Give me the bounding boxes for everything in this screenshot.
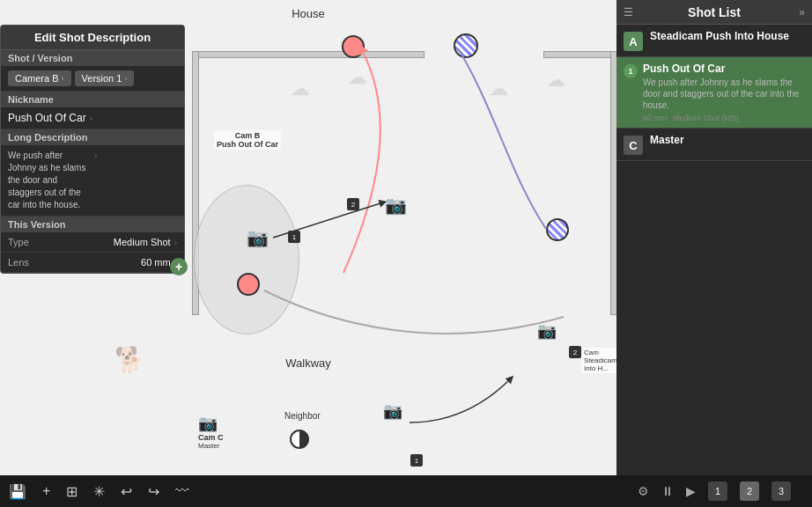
add-button[interactable]: + (42, 483, 50, 499)
panel-header: ☰ Shot List » (616, 0, 812, 25)
house-wall-top-right (543, 51, 614, 58)
nickname-chevron: › (90, 114, 92, 123)
pause-button[interactable]: ⏸ (661, 484, 674, 498)
undo-button[interactable]: ↩ (121, 483, 132, 500)
add-field-button[interactable]: + (170, 258, 188, 276)
meta-lens: 60 mm (643, 114, 668, 122)
shot-meta-b: 60 mm Medium Shot (MS) (643, 114, 805, 122)
cam-version-selector[interactable]: Camera B › Version 1 › (1, 66, 184, 92)
cloud-4: ☁ (546, 69, 565, 92)
nickname-header: Nickname (1, 92, 184, 107)
play-button[interactable]: ▶ (686, 484, 696, 498)
house-wall-top (192, 51, 424, 58)
steadicam-label: Cam Steadicam Into H... (581, 348, 616, 373)
redo-button[interactable]: ↪ (148, 483, 159, 500)
nickname-row[interactable]: Push Out Of Car › (1, 107, 184, 129)
shot-letter-a: A (624, 32, 643, 51)
wave-button[interactable]: 〰 (175, 483, 189, 499)
shot-name-c: Master (650, 134, 805, 146)
type-chevron: › (174, 238, 177, 247)
panel-title: Shot List (688, 5, 741, 19)
person-marker-3 (237, 273, 260, 296)
long-desc-value: We push after Johnny as he slams the doo… (8, 150, 91, 211)
long-desc-row[interactable]: We push after Johnny as he slams the doo… (1, 145, 184, 217)
cam-c-marker: 📷 Cam C Master (198, 414, 224, 450)
car-shape (194, 185, 299, 334)
cam-b-map-label: Cam B Push Out Of Car (214, 130, 281, 150)
person-marker-5 (290, 430, 309, 449)
lens-row[interactable]: Lens 60 mm › + (1, 253, 184, 273)
num-badge-1: 1 (288, 231, 300, 243)
shot-item-c[interactable]: C Master (616, 129, 812, 161)
person-marker-2 (454, 33, 478, 58)
neighbor-label: Neighbor (284, 411, 321, 421)
type-row[interactable]: Type Medium Shot › (1, 232, 184, 253)
shot-item-a[interactable]: A Steadicam Push Into House (616, 25, 812, 57)
shot-info-b: Push Out Of Car We push after Johnny as … (643, 62, 805, 122)
house-door-gap (424, 51, 543, 58)
long-desc-header: Long Description (1, 129, 184, 145)
lens-label: Lens (8, 257, 29, 268)
cloud-2: ☁ (348, 66, 367, 89)
expand-icon[interactable]: » (799, 6, 805, 18)
shot-info-c: Master (650, 134, 805, 146)
shot-letter-c: C (624, 136, 643, 155)
cam-icon-2: 📷 (537, 321, 557, 341)
cam-icon-3: 📷 (383, 401, 402, 421)
long-desc-chevron: › (94, 150, 177, 162)
nickname-value: Push Out Of Car (8, 112, 86, 124)
cam-b-icon: 📷 (247, 227, 269, 248)
lens-value: 60 mm (141, 257, 171, 268)
version-selector[interactable]: Version 1 › (75, 70, 135, 86)
panel-toolbar: ⚙ ⏸ ▶ 1 2 3 (616, 475, 812, 507)
num-badge-2a: 2 (347, 198, 359, 210)
cloud-1: ☁ (291, 77, 310, 100)
shot-name-b: Push Out Of Car (643, 62, 805, 75)
shot-b-num: 1 (624, 64, 638, 78)
cloud-3: ☁ (489, 77, 508, 100)
edit-panel-title: Edit Shot Description (1, 26, 184, 50)
this-version-header: This Version (1, 217, 184, 232)
shot-version-header: Shot / Version (1, 50, 184, 66)
type-label: Type (8, 237, 29, 247)
house-wall-right (610, 51, 616, 315)
meta-type: Medium Shot (MS) (673, 114, 739, 122)
shot-item-b[interactable]: 1 Push Out Of Car We push after Johnny a… (616, 57, 812, 129)
dog-silhouette: 🐕 (114, 345, 145, 374)
layers-button[interactable]: ⊞ (66, 483, 78, 500)
shot-desc-b: We push after Johnny as he slams the doo… (643, 77, 805, 111)
settings-button[interactable]: ⚙ (638, 484, 649, 498)
page-2-button[interactable]: 2 (740, 481, 759, 501)
page-3-button[interactable]: 3 (771, 481, 791, 501)
walkway-label: Walkway (285, 356, 331, 370)
type-value: Medium Shot (114, 237, 171, 247)
camera-selector[interactable]: Camera B › (8, 70, 71, 86)
edit-shot-panel: Edit Shot Description Shot / Version Cam… (0, 25, 185, 274)
cam-icon-1: 📷 (385, 195, 407, 216)
right-panel: ☰ Shot List » A Steadicam Push Into Hous… (616, 0, 812, 507)
num-badge-2b: 2 (569, 346, 581, 358)
num-badge-1b: 1 (410, 454, 423, 467)
page-1-button[interactable]: 1 (708, 481, 727, 501)
panel-menu-icon[interactable]: ☰ (624, 6, 633, 18)
bottom-toolbar: 💾 + ⊞ ✳ ↩ ↪ 〰 (0, 475, 616, 507)
person-marker-4 (546, 218, 569, 241)
person-marker-1 (342, 35, 365, 58)
shot-name-a: Steadicam Push Into House (650, 30, 805, 42)
shot-info-a: Steadicam Push Into House (650, 30, 805, 42)
asterisk-button[interactable]: ✳ (93, 483, 105, 500)
save-button[interactable]: 💾 (9, 483, 26, 500)
house-label: House (292, 7, 325, 20)
